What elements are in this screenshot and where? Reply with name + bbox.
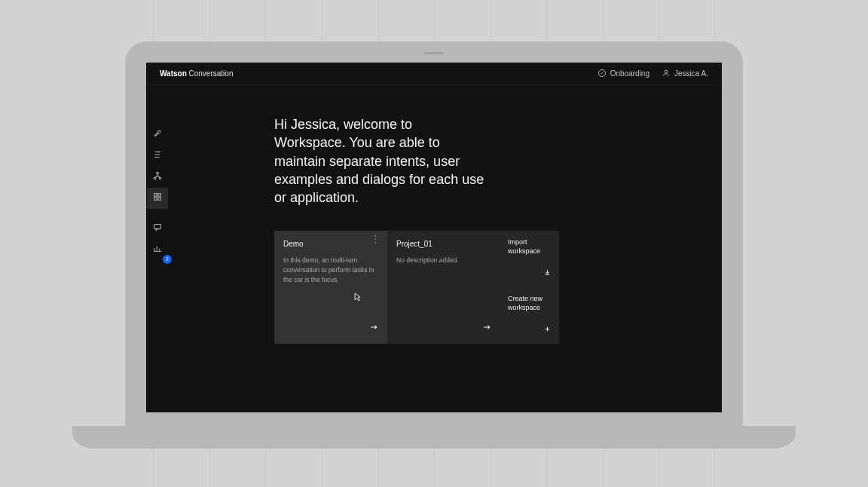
- svg-point-2: [157, 172, 159, 174]
- card-title: Project_01: [396, 240, 491, 248]
- download-icon: [543, 266, 552, 280]
- list-icon: [152, 149, 163, 163]
- workspace-cards: Demo In this demo, an multi-turn convers…: [274, 231, 722, 344]
- sidebar-chat[interactable]: [147, 218, 168, 239]
- plus-icon: [543, 323, 552, 336]
- sidebar-improve[interactable]: 2: [147, 239, 168, 260]
- sidebar-build[interactable]: [147, 124, 168, 145]
- chat-icon: [152, 222, 163, 235]
- card-desc: In this demo, an multi-turn conversation…: [283, 256, 378, 284]
- app-screen: Watson Conversation Onboarding Jessica A…: [146, 63, 722, 412]
- svg-rect-8: [158, 198, 161, 201]
- create-workspace-card[interactable]: Create new workspace: [500, 287, 559, 344]
- svg-point-4: [159, 177, 161, 179]
- onboarding-label: Onboarding: [610, 69, 649, 78]
- card-menu-button[interactable]: ⋮: [371, 238, 380, 241]
- brand: Watson Conversation: [160, 69, 233, 78]
- wrench-icon: [152, 128, 163, 142]
- svg-point-1: [665, 70, 668, 73]
- compass-icon: [598, 69, 607, 79]
- svg-rect-7: [154, 198, 157, 201]
- arrow-right-icon: [482, 321, 491, 335]
- card-desc: No description added.: [396, 256, 491, 265]
- workspace-card-demo[interactable]: Demo In this demo, an multi-turn convers…: [274, 231, 387, 344]
- cursor-icon: [354, 291, 362, 305]
- main: Hi Jessica, welcome to Workspace. You ar…: [169, 85, 722, 412]
- svg-point-3: [154, 177, 156, 179]
- laptop-notch: [424, 52, 444, 54]
- svg-rect-5: [154, 194, 157, 197]
- workspace-card-project[interactable]: Project_01 No description added.: [387, 231, 500, 344]
- card-title: Demo: [283, 240, 378, 248]
- brand-bold: Watson: [160, 69, 187, 78]
- user-menu[interactable]: Jessica A.: [662, 69, 708, 79]
- welcome-text: Hi Jessica, welcome to Workspace. You ar…: [274, 115, 485, 207]
- user-icon: [662, 69, 671, 79]
- grid-icon: [152, 191, 163, 205]
- laptop-frame: Watson Conversation Onboarding Jessica A…: [125, 41, 743, 433]
- svg-rect-9: [154, 225, 161, 229]
- sidebar-entities[interactable]: [147, 167, 168, 188]
- svg-rect-6: [158, 194, 161, 197]
- mini-title: Import workspace: [508, 238, 552, 256]
- tree-icon: [152, 170, 163, 184]
- sidebar-badge: 2: [163, 255, 172, 264]
- topbar: Watson Conversation Onboarding Jessica A…: [146, 63, 722, 85]
- arrow-right-icon: [369, 321, 378, 335]
- stats-icon: [152, 243, 163, 256]
- laptop-base: [72, 426, 796, 449]
- brand-light: Conversation: [187, 69, 234, 78]
- user-label: Jessica A.: [674, 69, 708, 78]
- sidebar: 2: [146, 85, 169, 412]
- sidebar-workspaces[interactable]: [147, 188, 168, 209]
- onboarding-link[interactable]: Onboarding: [598, 69, 649, 79]
- sidebar-intents[interactable]: [147, 145, 168, 167]
- import-workspace-card[interactable]: Import workspace: [500, 231, 559, 287]
- mini-title: Create new workspace: [508, 295, 552, 312]
